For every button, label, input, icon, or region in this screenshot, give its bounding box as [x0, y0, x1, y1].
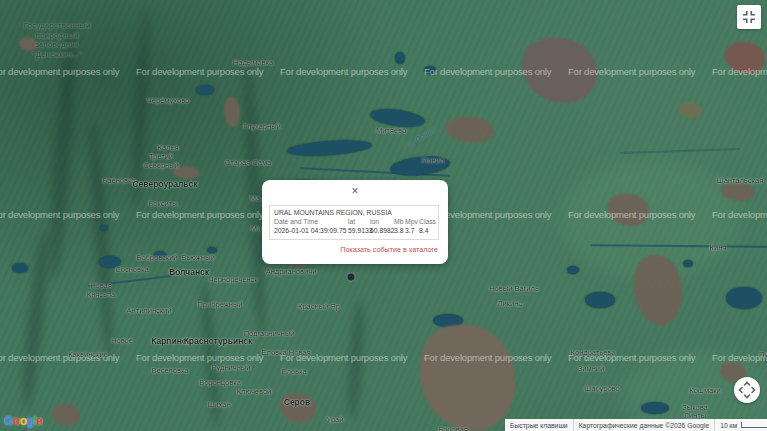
map-label: Зимний: [578, 365, 604, 374]
urban-area-shape: [420, 325, 515, 431]
google-logo-letter: o: [20, 414, 27, 428]
map-label: Пуксинка: [759, 351, 767, 360]
map-label: Глухарный: [243, 123, 281, 132]
pan-arrows-icon: [734, 377, 760, 403]
scale-control[interactable]: 10 км: [714, 419, 767, 431]
scale-label: 10 км: [720, 422, 737, 429]
map-label: Кошмаки: [689, 387, 720, 396]
reserve-label-line: заповедник: [24, 40, 91, 50]
river-label: р. Понил: [407, 126, 435, 147]
lake-shape: [100, 225, 108, 231]
map-label: Новая Княсьпа: [87, 282, 115, 299]
lake-shape: [641, 402, 669, 414]
lake-shape: [585, 292, 615, 308]
map-label: Прибрежный: [197, 301, 242, 310]
map-label: Боровая: [438, 426, 468, 431]
urban-area-shape: [725, 42, 765, 74]
lake-shape: [683, 260, 693, 267]
map-label: Чернореченск: [209, 276, 258, 285]
map-label: Шихан: [207, 401, 230, 410]
col-mb: Mb: [394, 218, 403, 225]
watermark-text: For development purposes only: [0, 66, 119, 77]
map-label: Ми: [251, 225, 261, 234]
event-table-header: Date and Time lat lon Mb Mpv Class: [270, 218, 438, 227]
value-mpv: 3.7: [405, 227, 414, 234]
event-table: URAL MOUNTAINS REGION, RUSSIA Date and T…: [269, 205, 439, 240]
watermark-text: For development purposes only: [136, 352, 263, 363]
map-label: Еловка Новая: [261, 349, 310, 358]
map-label: Ликино: [498, 300, 523, 309]
scale-bar: [741, 422, 767, 428]
event-region-title: URAL MOUNTAINS REGION, RUSSIA: [274, 209, 392, 216]
map-label: Волчанск: [169, 268, 209, 277]
google-logo[interactable]: Google: [4, 414, 42, 428]
pan-control[interactable]: [734, 377, 760, 403]
lake-shape: [395, 52, 405, 64]
show-event-in-catalog-link[interactable]: Показать событие в каталоге: [340, 245, 438, 254]
urban-area-shape: [446, 117, 494, 143]
map-label: Понил: [422, 157, 444, 166]
map-label: Новый Вагиль: [489, 285, 539, 294]
value-lon: 60.8982: [370, 227, 395, 234]
keyboard-shortcuts-button[interactable]: Быстрые клавиши: [505, 419, 573, 431]
exit-fullscreen-button[interactable]: [737, 5, 761, 29]
lake-shape: [196, 85, 214, 95]
urban-area-shape: [224, 97, 240, 127]
map-label: Североуральск: [132, 180, 197, 189]
event-table-values: 2026-01-01 04:39:09.75 59.9133 60.8982 3…: [270, 227, 438, 236]
river-line: [620, 148, 740, 154]
map-label: Сосновка: [115, 266, 148, 275]
terrain-ridge: [346, 300, 366, 421]
col-date: Date and Time: [274, 218, 318, 225]
map-label: Баёновка: [102, 177, 135, 186]
map-label: Каквинские: [68, 351, 108, 360]
footer-bar: Быстрые клавиши Картографические данные …: [505, 419, 767, 431]
value-class: 8.4: [419, 227, 428, 234]
urban-area-shape: [522, 38, 597, 103]
map-label: Кондратьева: [571, 349, 616, 358]
reserve-label-line: природный: [24, 31, 91, 41]
urban-area-shape: [634, 255, 682, 325]
map-label: Бокситы: [148, 200, 177, 209]
map-label: Еловка: [281, 368, 306, 377]
map-label: Воронцовка: [199, 379, 241, 388]
reserve-label-line: Государственный: [24, 21, 91, 31]
lake-shape: [424, 66, 436, 74]
map-label: Шабурово: [584, 385, 619, 394]
map-label: Новое: [111, 337, 133, 346]
lake-shape: [287, 138, 373, 158]
map-label: Красный Яр: [298, 303, 340, 312]
close-icon[interactable]: ×: [348, 184, 362, 198]
google-logo-letter: G: [4, 414, 13, 428]
google-logo-letter: o: [13, 414, 20, 428]
map-data-attribution: Картографические данные ©2026 Google: [573, 419, 715, 431]
value-date: 2026-01-01 04:39:09.75: [274, 227, 347, 234]
map-label: Третий Северный: [143, 153, 179, 170]
urban-area-shape: [678, 102, 702, 118]
map-label: Рудничный: [212, 364, 251, 373]
map-label: Старая Сама: [225, 159, 271, 168]
fullscreen-exit-icon: [740, 8, 758, 26]
map-label: Вьюжный: [181, 254, 214, 263]
terrain-ridge: [87, 120, 117, 360]
map-label: Серов: [284, 398, 310, 407]
map-label: Надымовка: [233, 59, 273, 68]
lake-shape: [12, 263, 28, 273]
col-lon: lon: [370, 218, 379, 225]
terrain-ridge: [19, 230, 53, 411]
map-label: Бобровский: [136, 254, 177, 263]
urban-area-shape: [52, 404, 80, 426]
map-label: Краснотурьинск: [184, 337, 253, 346]
map-label: Веселовка: [151, 367, 188, 376]
map-label: Митяево: [376, 127, 406, 136]
reserve-label-line: "Денежкин...": [24, 50, 91, 60]
map-label: Ма: [250, 195, 261, 204]
lake-shape: [726, 287, 762, 309]
map-label: Андриановичи: [266, 268, 317, 277]
event-marker[interactable]: [347, 273, 356, 282]
event-popup: × URAL MOUNTAINS REGION, RUSSIA Date and…: [262, 180, 448, 264]
map-label: Шантальская: [717, 177, 763, 186]
col-mpv: Mpv: [405, 218, 418, 225]
map-label: Черёмухово: [147, 97, 189, 106]
map-label: Антилинский: [127, 307, 172, 316]
